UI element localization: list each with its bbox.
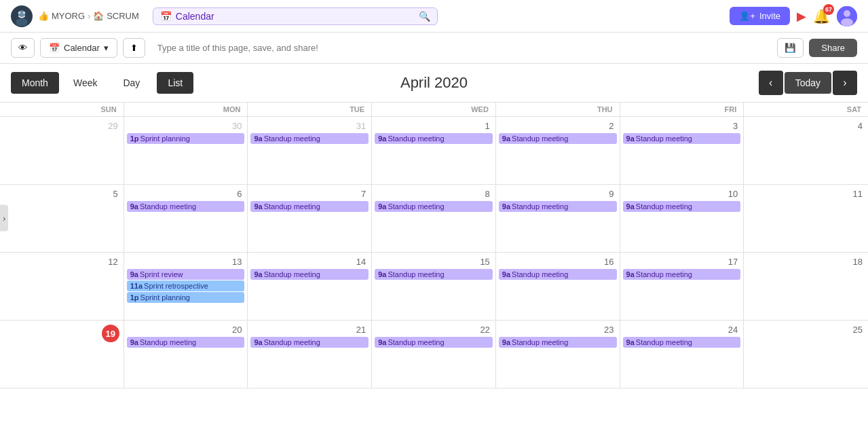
event-label: Standup meeting [388,338,444,346]
calendar-cell[interactable]: 29 [0,117,124,185]
save-button[interactable]: 💾 [777,38,804,58]
calendar-event[interactable]: 9aStandup meeting [250,269,369,280]
calendar-icon: 📅 [160,11,172,22]
calendar-cell[interactable]: 139aSprint review11aSprint retrospective… [124,253,248,321]
list-view-button[interactable]: List [157,72,193,94]
calendar-dropdown[interactable]: 📅 Calendar ▾ [40,38,117,58]
calendar-cell[interactable]: 219aStandup meeting [248,321,372,388]
calendar-cell[interactable]: 209aStandup meeting [124,321,248,388]
page-title-input[interactable] [151,39,772,57]
calendar-cell[interactable]: 79aStandup meeting [248,185,372,253]
calendar-cell[interactable]: 239aStandup meeting [496,321,620,388]
calendar-cell[interactable]: 5 [0,185,124,253]
visibility-button[interactable]: 👁 [11,38,35,58]
calendar-event[interactable]: 11aSprint retrospective [127,280,245,291]
event-label: Standup meeting [512,202,568,211]
event-time: 9a [502,270,510,278]
calendar-cell[interactable]: 69aStandup meeting [124,185,248,253]
calendar-event[interactable]: 9aStandup meeting [623,133,741,144]
today-button[interactable]: Today [785,72,831,94]
cell-date: 17 [620,255,744,268]
cell-date: 1 [372,120,495,132]
calendar-event[interactable]: 9aStandup meeting [127,201,245,212]
calendar-cell[interactable]: 99aStandup meeting [496,185,620,253]
calendar-cell[interactable]: 11 [744,185,868,253]
next-month-button[interactable]: › [833,71,857,95]
calendar-event[interactable]: 9aStandup meeting [375,133,493,144]
calendar-cell[interactable]: 39aStandup meeting [620,117,744,185]
calendar-event[interactable]: 9aStandup meeting [250,337,369,348]
calendar-cell[interactable]: 229aStandup meeting [372,321,496,388]
top-search-bar[interactable]: 📅 Calendar 🔍 [153,7,438,25]
event-label: Standup meeting [512,338,568,346]
event-time: 9a [502,134,510,143]
event-time: 9a [626,134,635,143]
event-time: 9a [254,338,262,346]
calendar-cell[interactable]: 319aStandup meeting [248,117,372,185]
calendar-cell[interactable]: 18 [744,253,868,321]
youtube-icon[interactable]: ▶ [797,9,806,24]
month-view-button[interactable]: Month [11,72,59,94]
calendar-cell[interactable]: 4 [744,117,868,185]
calendar-event[interactable]: 9aStandup meeting [623,201,741,212]
calendar-cell[interactable]: 25 [744,321,868,388]
calendar-cell[interactable]: 169aStandup meeting [496,253,620,321]
invite-button[interactable]: 👤+ Invite [730,7,790,25]
month-title: April 2020 [400,74,468,92]
calendar-event[interactable]: 9aStandup meeting [375,269,493,280]
calendar-event[interactable]: 9aStandup meeting [623,269,741,280]
top-right-actions: 👤+ Invite ▶ 🔔 67 [730,6,857,26]
calendar-cell[interactable]: 149aStandup meeting [248,253,372,321]
calendar-event[interactable]: 9aStandup meeting [623,337,741,348]
cell-date: 31 [248,120,371,132]
calendar-event[interactable]: 9aStandup meeting [250,133,369,144]
notifications-button[interactable]: 🔔 67 [813,8,830,24]
org-icon: 👍 [38,11,49,21]
cell-date: 6 [124,187,248,200]
calendar-cell[interactable]: 249aStandup meeting [620,321,744,388]
event-time: 1p [130,134,139,143]
calendar-cell[interactable]: 19aStandup meeting [372,117,496,185]
calendar-cell[interactable]: 29aStandup meeting [496,117,620,185]
cell-date: 3 [620,120,744,132]
calendar-event[interactable]: 9aStandup meeting [375,201,493,212]
calendar-event[interactable]: 9aStandup meeting [499,133,617,144]
calendar-cell[interactable]: 301pSprint planning [124,117,248,185]
calendar-event[interactable]: 9aStandup meeting [499,201,617,212]
chevron-down-icon: ▾ [104,43,109,53]
breadcrumb-org[interactable]: 👍 MYORG [38,11,85,21]
event-label: Standup meeting [636,338,692,346]
calendar-event[interactable]: 1pSprint planning [127,133,245,144]
event-label: Sprint retrospective [144,282,208,290]
calendar-cell[interactable]: 179aStandup meeting [620,253,744,321]
calendar-event[interactable]: 1pSprint planning [127,292,245,303]
toolbar: 👁 📅 Calendar ▾ ⬆ 💾 Share [0,33,868,64]
event-label: Standup meeting [388,270,444,278]
calendar-event[interactable]: 9aStandup meeting [499,269,617,280]
share-button[interactable]: Share [809,39,857,57]
cell-date: 16 [496,255,620,268]
calendar-event[interactable]: 9aStandup meeting [250,201,369,212]
calendar-cell[interactable]: 19 [0,321,124,388]
user-avatar[interactable] [837,6,857,26]
calendar-event[interactable]: 9aStandup meeting [499,337,617,348]
calendar-event[interactable]: 9aStandup meeting [127,337,245,348]
event-time: 9a [378,338,386,346]
calendar-event[interactable]: 9aStandup meeting [375,337,493,348]
event-label: Sprint review [140,270,183,278]
cell-date: 18 [744,255,868,268]
day-view-button[interactable]: Day [111,71,151,94]
week-view-button[interactable]: Week [62,71,109,94]
cell-date: 12 [0,255,124,268]
svg-point-7 [841,18,853,26]
calendar-cell[interactable]: 159aStandup meeting [372,253,496,321]
breadcrumb-scrum[interactable]: 🏠 SCRUM [93,11,139,21]
calendar-cell[interactable]: 89aStandup meeting [372,185,496,253]
export-button[interactable]: ⬆ [123,38,145,58]
prev-month-button[interactable]: ‹ [759,71,783,95]
calendar-cell[interactable]: 109aStandup meeting [620,185,744,253]
event-label: Standup meeting [140,338,196,346]
calendar-cell[interactable]: 12 [0,253,124,321]
search-icon[interactable]: 🔍 [419,11,430,22]
calendar-event[interactable]: 9aSprint review [127,269,245,280]
